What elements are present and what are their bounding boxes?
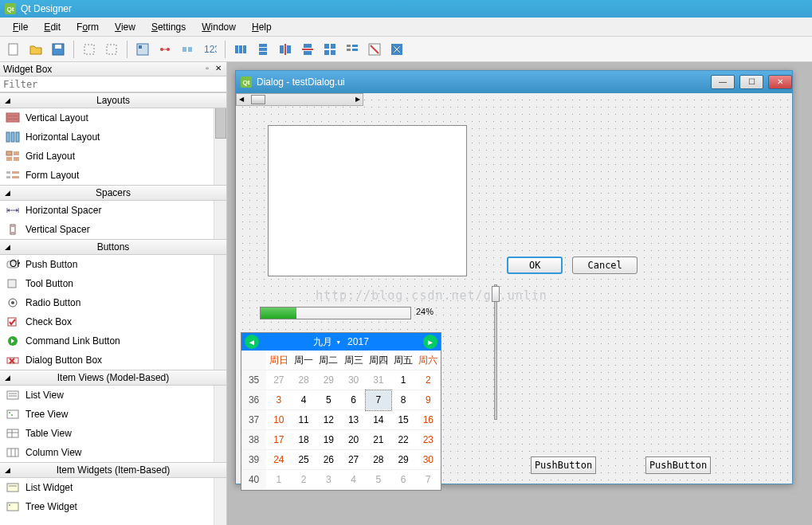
filter-input[interactable] [0, 76, 226, 92]
calendar-prev-button[interactable]: ◄ [245, 335, 259, 349]
tool-new[interactable] [3, 39, 24, 60]
menu-file[interactable]: File [5, 19, 36, 35]
tool-layout-form[interactable] [342, 39, 363, 60]
tool-buddy[interactable] [177, 39, 198, 60]
tool-save[interactable] [48, 39, 69, 60]
calendar-cell[interactable]: 23 [416, 430, 441, 450]
tool-redo[interactable] [101, 39, 122, 60]
scroll-left-icon[interactable]: ◀ [237, 94, 246, 105]
horiz-scroll-thumb[interactable] [251, 95, 265, 104]
calendar-cell[interactable]: 周六 [416, 351, 441, 370]
form-titlebar[interactable]: Qt Dialog - testDialog.ui — ☐ ✕ [236, 71, 792, 93]
calendar-cell[interactable]: 30 [416, 450, 441, 470]
calendar-cell[interactable]: 21 [366, 430, 390, 450]
calendar-cell[interactable]: 7 [416, 470, 441, 490]
calendar-cell[interactable]: 周四 [366, 351, 390, 370]
progress-bar[interactable] [260, 307, 411, 319]
horizontal-scrollbar[interactable]: ◀ ▶ [236, 93, 363, 106]
calendar-cell[interactable]: 2 [292, 470, 316, 490]
minimize-button[interactable]: — [711, 75, 735, 89]
calendar-next-button[interactable]: ► [423, 335, 437, 349]
widget-item[interactable]: Form Layout [0, 166, 226, 185]
calendar-cell[interactable]: 19 [316, 430, 341, 450]
group-header[interactable]: ◢Buttons [0, 239, 226, 255]
widget-item[interactable]: OKPush Button [0, 255, 226, 274]
scroll-right-icon[interactable]: ▶ [353, 94, 363, 105]
widget-item[interactable]: List Widget [0, 478, 226, 497]
calendar-cell[interactable]: 16 [416, 410, 441, 430]
tool-adjust-size[interactable] [386, 39, 407, 60]
calendar-cell[interactable]: 3 [266, 390, 291, 410]
tool-layout-vsplit[interactable] [297, 39, 318, 60]
calendar-cell[interactable]: 15 [391, 410, 416, 430]
push-button-1[interactable]: PushButton [531, 456, 596, 474]
widget-item[interactable]: Table View [0, 424, 226, 443]
tool-open[interactable] [25, 39, 46, 60]
menu-view[interactable]: View [107, 19, 143, 35]
calendar-cell[interactable]: 周五 [391, 351, 416, 370]
calendar-cell[interactable]: 周二 [316, 351, 341, 370]
calendar-cell[interactable]: 7 [366, 390, 390, 410]
calendar-cell[interactable]: 37 [241, 410, 266, 430]
calendar-cell[interactable]: 8 [391, 390, 416, 410]
menu-help[interactable]: Help [244, 19, 280, 35]
calendar-cell[interactable]: 12 [316, 410, 341, 430]
widget-item[interactable]: Radio Button [0, 293, 226, 312]
push-button-2[interactable]: PushButton [645, 456, 711, 474]
widget-item[interactable]: Horizontal Layout [0, 127, 226, 147]
tool-layout-h[interactable] [230, 39, 251, 60]
widget-item[interactable]: Command Link Button [0, 331, 226, 351]
calendar-cell[interactable]: 27 [341, 450, 366, 470]
calendar-cell[interactable]: 40 [241, 470, 266, 490]
calendar-cell[interactable]: 36 [241, 390, 266, 410]
calendar-cell[interactable]: 13 [341, 410, 366, 430]
group-header[interactable]: ◢Layouts [0, 92, 226, 108]
group-header[interactable]: ◢Item Widgets (Item-Based) [0, 462, 226, 478]
calendar-cell[interactable]: 11 [292, 410, 316, 430]
calendar-cell[interactable]: 30 [341, 370, 366, 390]
close-button[interactable]: ✕ [768, 75, 792, 89]
widget-item[interactable]: List View [0, 386, 226, 405]
widget-item[interactable]: Check Box [0, 312, 226, 331]
calendar-cell[interactable]: 14 [366, 410, 390, 430]
tool-tab-order[interactable]: 123 [199, 39, 220, 60]
calendar-cell[interactable]: 周日 [266, 351, 291, 370]
cancel-button[interactable]: Cancel [572, 257, 637, 274]
group-header[interactable]: ◢Item Views (Model-Based) [0, 370, 226, 386]
slider-handle[interactable] [492, 286, 500, 302]
widget-item[interactable]: Tree View [0, 405, 226, 424]
widgetbox-scrollbar[interactable]: ▲ [214, 92, 226, 525]
text-edit-widget[interactable] [268, 125, 467, 276]
dock-float-button[interactable]: ▫ [202, 65, 212, 74]
maximize-button[interactable]: ☐ [739, 75, 763, 89]
calendar-cell[interactable]: 27 [266, 370, 291, 390]
calendar-cell[interactable]: 29 [316, 370, 341, 390]
dock-close-button[interactable]: ✕ [214, 65, 223, 74]
scroll-thumb[interactable] [215, 107, 226, 139]
menu-edit[interactable]: Edit [36, 19, 69, 35]
tool-layout-hsplit[interactable] [275, 39, 296, 60]
calendar-cell[interactable]: 26 [316, 450, 341, 470]
calendar-cell[interactable]: 18 [292, 430, 316, 450]
form-window[interactable]: Qt Dialog - testDialog.ui — ☐ ✕ http://b… [235, 70, 793, 484]
widget-item[interactable]: Dialog Button Box [0, 351, 226, 370]
calendar-cell[interactable]: 1 [391, 370, 416, 390]
widget-item[interactable]: Column View [0, 443, 226, 462]
calendar-cell[interactable]: 22 [391, 430, 416, 450]
tool-break-layout[interactable] [364, 39, 385, 60]
calendar-cell[interactable]: 周一 [292, 351, 316, 370]
calendar-year[interactable]: 2017 [347, 336, 369, 347]
calendar-cell[interactable] [241, 351, 266, 370]
calendar-cell[interactable]: 6 [391, 470, 416, 490]
vertical-slider[interactable] [489, 284, 502, 420]
calendar-cell[interactable]: 3 [316, 470, 341, 490]
widget-item[interactable]: Horizontal Spacer [0, 201, 226, 220]
calendar-widget[interactable]: ◄ 九月 ▼ 2017 ► 周日周一周二周三周四周五周六352728293031… [241, 332, 441, 491]
calendar-cell[interactable]: 28 [292, 370, 316, 390]
calendar-cell[interactable]: 35 [241, 370, 266, 390]
calendar-cell[interactable]: 5 [366, 470, 390, 490]
calendar-cell[interactable]: 9 [416, 390, 441, 410]
calendar-month[interactable]: 九月 [313, 335, 332, 349]
tool-layout-v[interactable] [253, 39, 273, 60]
calendar-cell[interactable]: 24 [266, 450, 291, 470]
